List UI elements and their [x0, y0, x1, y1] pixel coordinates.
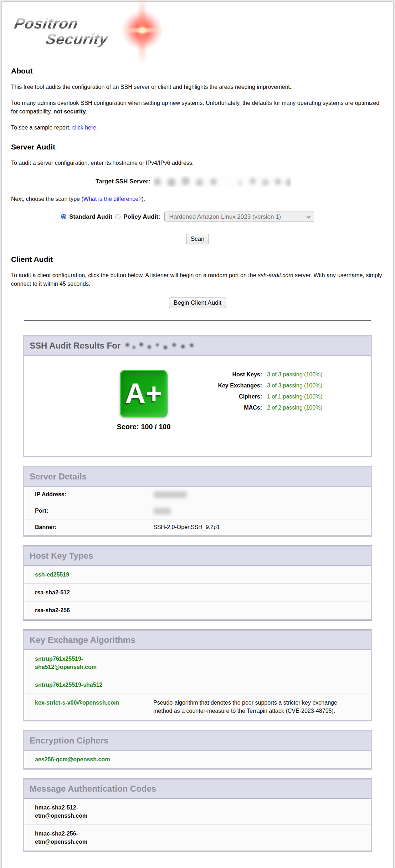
client-audit-button-wrap: Begin Client Audit: [11, 298, 384, 308]
scan-button[interactable]: Scan: [186, 234, 209, 244]
logo-line-1: Positron: [13, 15, 80, 32]
score-label: Score: 100 / 100: [101, 423, 186, 431]
server-audit-heading: Server Audit: [11, 143, 384, 151]
grade-badge: A+: [120, 370, 168, 417]
macs-panel: Message Authentication Codes hmac-sha2-5…: [23, 778, 372, 852]
algorithm-name: aes256-gcm@openssh.com: [35, 755, 128, 763]
server-detail-row: Port:: [24, 503, 371, 519]
algorithm-name: ssh-ed25519: [35, 570, 128, 579]
grade-column: A+ Score: 100 / 100: [101, 370, 186, 431]
mac-row: hmac-sha2-256-etm@openssh.com: [24, 824, 371, 851]
server-audit-intro: To audit a server configuration, enter i…: [11, 159, 384, 167]
about-paragraph-2: Too many admins overlook SSH configurati…: [11, 99, 384, 116]
scan-button-wrap: Scan: [11, 234, 384, 244]
algorithm-name: kex-strict-s-v00@openssh.com: [35, 699, 128, 715]
host-key-row: rsa-sha2-256: [24, 601, 371, 619]
server-details-header: Server Details: [24, 467, 371, 487]
algorithm-name: hmac-sha2-256-etm@openssh.com: [35, 829, 128, 846]
algorithm-name: sntrup761x25519-sha512@openssh.com: [35, 655, 128, 671]
results-panel-header: SSH Audit Results For: [24, 336, 371, 356]
server-detail-row: Banner: SSH-2.0-OpenSSH_9.2p1: [24, 519, 371, 535]
server-detail-row: IP Address:: [24, 487, 371, 503]
client-audit-paragraph: To audit a client configuration, click t…: [11, 271, 384, 288]
about-paragraph-1: This free tool audits the configuration …: [11, 83, 384, 91]
server-details-rows: IP Address: Port: Banner: SSH-2.0-OpenSS…: [24, 487, 371, 535]
detail-label: Port:: [35, 508, 153, 514]
stat-value: 3 of 3 passing (100%): [267, 382, 323, 389]
host-key-types-panel: Host Key Types ssh-ed25519 rsa-sha2-512 …: [23, 545, 372, 620]
standard-audit-label: Standard Audit: [69, 213, 112, 220]
scan-type-difference-link[interactable]: What is the difference?: [83, 196, 142, 202]
detail-label: IP Address:: [35, 491, 153, 498]
stat-label: MACs:: [201, 405, 262, 411]
key-exchange-row: sntrup761x25519-sha512: [24, 676, 371, 694]
cipher-row: aes256-gcm@openssh.com: [24, 751, 371, 768]
results-body: A+ Score: 100 / 100 Host Keys: 3 of 3 pa…: [24, 356, 371, 456]
policy-audit-radio[interactable]: [115, 214, 120, 219]
client-audit-heading: Client Audit: [11, 255, 384, 264]
host-key-row: rsa-sha2-512: [24, 583, 371, 601]
red-starburst-icon: [114, 2, 171, 59]
algorithm-name: rsa-sha2-256: [35, 606, 128, 614]
sample-report-link[interactable]: click here: [72, 125, 97, 131]
scan-type-row: Standard Audit Policy Audit: Hardened Am…: [61, 211, 384, 222]
stat-row: Host Keys: 3 of 3 passing (100%): [201, 371, 323, 378]
logo-line-2: Security: [45, 31, 109, 48]
stat-row: Ciphers: 1 of 1 passing (100%): [201, 394, 323, 400]
stat-row: Key Exchanges: 3 of 3 passing (100%): [201, 382, 323, 389]
detail-label: Banner:: [35, 524, 153, 531]
encryption-ciphers-header: Encryption Ciphers: [24, 731, 371, 751]
mac-rows: hmac-sha2-512-etm@openssh.com hmac-sha2-…: [24, 799, 371, 851]
not-security-bold: not security: [53, 108, 86, 115]
main-content: About This free tool audits the configur…: [2, 67, 393, 852]
results-stats: Host Keys: 3 of 3 passing (100%) Key Exc…: [201, 370, 323, 431]
algorithm-note: Pseudo-algorithm that denotes the peer s…: [153, 699, 353, 715]
stat-row: MACs: 2 of 2 passing (100%): [201, 405, 323, 411]
target-server-row: Target SSH Server:: [96, 176, 384, 187]
algorithm-name: sntrup761x25519-sha512: [35, 681, 128, 689]
begin-client-audit-button[interactable]: Begin Client Audit: [169, 298, 226, 308]
about-heading: About: [11, 67, 384, 75]
key-exchange-header: Key Exchange Algorithms: [24, 631, 371, 650]
host-key-rows: ssh-ed25519 rsa-sha2-512 rsa-sha2-256: [24, 566, 371, 619]
key-exchange-row: kex-strict-s-v00@openssh.com Pseudo-algo…: [24, 694, 371, 720]
encryption-ciphers-panel: Encryption Ciphers aes256-gcm@openssh.co…: [23, 730, 372, 769]
stat-label: Key Exchanges:: [201, 382, 262, 389]
server-details-panel: Server Details IP Address: Port: Banner:…: [23, 466, 372, 536]
redacted-value: [153, 491, 187, 498]
section-divider: [24, 320, 371, 321]
positron-security-logo[interactable]: Positron Security: [10, 7, 163, 52]
stat-value: 1 of 1 passing (100%): [267, 394, 323, 400]
host-key-types-header: Host Key Types: [24, 547, 371, 566]
mac-row: hmac-sha2-512-etm@openssh.com: [24, 799, 371, 824]
standard-audit-radio[interactable]: [61, 214, 66, 219]
algorithm-name: hmac-sha2-512-etm@openssh.com: [35, 803, 128, 820]
grade-letter: A+: [125, 379, 163, 408]
key-exchange-panel: Key Exchange Algorithms sntrup761x25519-…: [23, 630, 372, 721]
results-panel: SSH Audit Results For A+ Score: 100 / 10…: [23, 335, 372, 457]
site-header: Positron Security: [2, 2, 393, 56]
stat-value: 3 of 3 passing (100%): [267, 371, 323, 378]
ssh-audit-com-italic: ssh-audit.com: [258, 272, 293, 278]
scan-type-paragraph: Next, choose the scan type (What is the …: [11, 195, 384, 203]
stat-label: Ciphers:: [201, 394, 262, 400]
redacted-hostname: [123, 341, 196, 350]
chevron-down-icon: [307, 214, 311, 218]
policy-audit-label: Policy Audit:: [123, 213, 160, 220]
target-server-label: Target SSH Server:: [96, 178, 150, 185]
macs-header: Message Authentication Codes: [24, 780, 371, 799]
redacted-value: [153, 508, 171, 514]
main-page-card: Positron Security About This free tool a…: [1, 1, 394, 868]
key-exchange-row: sntrup761x25519-sha512@openssh.com: [24, 650, 371, 676]
policy-select-value: Hardened Amazon Linux 2023 (version 1): [169, 213, 281, 220]
host-key-row: ssh-ed25519: [24, 566, 371, 583]
about-paragraph-3: To see a sample report, click here.: [11, 123, 384, 132]
key-exchange-rows: sntrup761x25519-sha512@openssh.com sntru…: [24, 650, 371, 720]
stat-value: 2 of 2 passing (100%): [267, 405, 323, 411]
stat-label: Host Keys:: [201, 371, 262, 378]
cipher-rows: aes256-gcm@openssh.com: [24, 751, 371, 768]
algorithm-name: rsa-sha2-512: [35, 588, 128, 597]
target-server-input[interactable]: [153, 176, 291, 187]
policy-select[interactable]: Hardened Amazon Linux 2023 (version 1): [164, 212, 314, 222]
detail-value: SSH-2.0-OpenSSH_9.2p1: [153, 524, 220, 531]
